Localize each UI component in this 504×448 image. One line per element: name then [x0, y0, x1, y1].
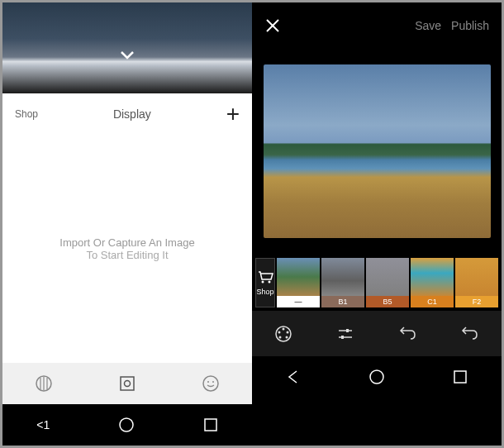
android-nav-left: <1 [2, 404, 252, 446]
nav-home-icon[interactable] [368, 369, 385, 385]
svg-point-18 [285, 336, 288, 338]
nav-recent-icon[interactable] [203, 417, 218, 432]
add-button[interactable]: + [226, 101, 240, 127]
android-nav-right [252, 356, 502, 398]
presets-icon[interactable] [274, 325, 292, 343]
photo-preview-area [252, 48, 502, 255]
shop-tile-label: Shop [256, 288, 273, 296]
panel-title: Display [113, 107, 151, 121]
publish-button[interactable]: Publish [451, 19, 489, 32]
undo-icon[interactable] [399, 326, 417, 341]
background-image [2, 2, 252, 93]
svg-point-13 [262, 281, 264, 284]
filter-label: — [277, 296, 320, 307]
svg-point-25 [370, 370, 383, 384]
filter-tile[interactable]: B1 [321, 258, 364, 307]
svg-point-16 [282, 327, 284, 330]
filter-strip: Shop —B1B5C1F2 [252, 255, 502, 311]
nav-recent-icon[interactable] [453, 369, 468, 384]
filter-tile[interactable]: B5 [366, 258, 409, 307]
redo-icon[interactable] [461, 326, 479, 341]
edit-header: Save Publish [252, 2, 502, 48]
close-icon[interactable] [264, 17, 281, 34]
capture-icon[interactable] [118, 374, 136, 393]
filter-preview [321, 258, 364, 296]
svg-point-19 [278, 336, 281, 338]
filter-preview [455, 258, 498, 296]
empty-state: Import Or Capture An Image To Start Edit… [2, 135, 252, 363]
sliders-icon[interactable] [336, 325, 354, 343]
nav-home-icon[interactable] [118, 417, 135, 433]
filter-preview [366, 258, 409, 296]
svg-point-17 [286, 331, 288, 333]
filter-tile[interactable]: C1 [411, 258, 454, 307]
nav-back-icon[interactable] [286, 369, 301, 384]
gallery-panel: Shop Display + Import Or Capture An Imag… [2, 2, 252, 446]
svg-point-14 [269, 281, 271, 284]
empty-line2: To Start Editing It [87, 249, 169, 261]
svg-point-6 [203, 376, 218, 391]
filter-preview [277, 258, 320, 296]
photo-preview[interactable] [264, 64, 491, 238]
face-icon[interactable] [202, 374, 220, 393]
svg-point-7 [207, 381, 209, 383]
edit-panel: Save Publish Shop —B1B5C1F2 [252, 2, 502, 446]
svg-rect-4 [121, 377, 134, 390]
svg-rect-22 [346, 329, 349, 332]
svg-rect-10 [205, 419, 216, 431]
svg-point-20 [278, 331, 280, 333]
filter-label: B5 [366, 296, 409, 307]
edit-toolbar [252, 311, 502, 356]
filter-label: F2 [455, 296, 498, 307]
svg-point-9 [120, 418, 133, 431]
svg-point-8 [212, 381, 214, 383]
empty-line1: Import Or Capture An Image [59, 236, 194, 249]
nav-back-dbl[interactable]: <1 [36, 418, 50, 431]
gallery-header: Shop Display + [2, 93, 252, 135]
cart-icon [256, 269, 274, 284]
filter-preview [411, 258, 454, 296]
save-button[interactable]: Save [415, 19, 441, 32]
filter-tile[interactable]: F2 [455, 258, 498, 307]
svg-rect-26 [454, 371, 466, 383]
svg-rect-24 [341, 336, 344, 339]
shop-link[interactable]: Shop [15, 108, 38, 120]
bottom-toolbar [2, 363, 252, 404]
shop-tile[interactable]: Shop [255, 258, 275, 307]
filter-icon[interactable] [35, 374, 53, 393]
filter-label: B1 [321, 296, 364, 307]
svg-point-5 [124, 381, 130, 387]
filter-tile[interactable]: — [277, 258, 320, 307]
chevron-down-icon[interactable] [120, 50, 135, 60]
filter-label: C1 [411, 296, 454, 307]
